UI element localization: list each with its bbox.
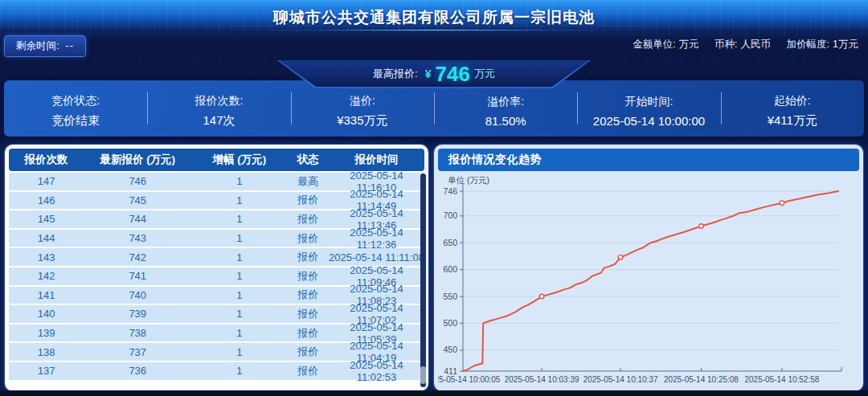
auction-page: 聊城市公共交通集团有限公司所属一宗旧电池 剩余时间:-- 金额单位:万元 币种:… <box>0 0 868 396</box>
table-cell: 740 <box>84 289 191 301</box>
table-cell: 142 <box>9 270 84 282</box>
table-cell: 2025-05-14 11:12:36 <box>329 227 424 251</box>
table-cell: 报价 <box>287 269 329 284</box>
table-cell: 1 <box>191 213 287 225</box>
svg-text:2025-05-14 10:10:37: 2025-05-14 10:10:37 <box>583 375 658 384</box>
table-cell: 145 <box>9 213 84 225</box>
table-cell: 139 <box>9 327 84 339</box>
top-bid-value: 746 <box>436 62 470 86</box>
chart-title: 报价情况变化趋势 <box>448 153 542 167</box>
status-cell-bid-state: 竞价状态: 竞价结束 <box>4 80 147 137</box>
status-label: 溢价: <box>350 94 375 108</box>
table-cell: 1 <box>191 308 287 320</box>
status-cell-premium-rate: 溢价率: 81.50% <box>434 80 577 137</box>
table-cell: 1 <box>191 251 287 263</box>
info-row: 剩余时间:-- 金额单位:万元 币种:人民币 加价幅度:1万元 <box>0 34 868 58</box>
status-label: 开始时间: <box>625 95 674 109</box>
header-cell-bid-count: 报价次数 <box>9 153 84 167</box>
bid-table-body: 1477461最高2025-05-14 11:16:101467451报价202… <box>9 171 424 387</box>
top-bid-currency: ¥ <box>425 67 432 80</box>
svg-text:2025-05-14 10:25:08: 2025-05-14 10:25:08 <box>664 375 739 384</box>
table-cell: 744 <box>84 213 191 225</box>
table-cell: 138 <box>9 346 84 358</box>
status-bar: 竞价状态: 竞价结束 报价次数: 147次 溢价: ¥335万元 溢价率: 81… <box>4 80 864 137</box>
table-cell: 746 <box>84 175 191 187</box>
status-cell-start-price: 起始价: ¥411万元 <box>721 80 864 137</box>
svg-text:450: 450 <box>443 345 457 354</box>
table-cell: 报价 <box>287 212 329 227</box>
status-value: 81.50% <box>485 114 526 128</box>
top-bid-label: 最高报价: <box>373 67 418 81</box>
header-cell-increment: 增幅 (万元) <box>191 153 287 167</box>
svg-text:2025-05-14 10:00:05: 2025-05-14 10:00:05 <box>438 375 501 384</box>
amount-unit-value: 万元 <box>679 39 699 50</box>
table-cell: 147 <box>9 175 84 187</box>
table-cell: 137 <box>9 365 84 377</box>
status-label: 竞价状态: <box>51 94 100 108</box>
table-cell: 745 <box>84 194 191 206</box>
table-cell: 1 <box>191 194 287 206</box>
table-cell: 739 <box>84 308 191 320</box>
table-cell: 2025-05-14 11:02:53 <box>329 359 424 383</box>
status-cell-bid-count: 报价次数: 147次 <box>147 80 290 137</box>
table-row: 1377361报价2025-05-14 11:02:53 <box>9 362 424 382</box>
svg-text:411: 411 <box>444 366 457 376</box>
remaining-time-badge: 剩余时间:-- <box>4 35 86 57</box>
table-cell: 737 <box>84 346 191 358</box>
table-cell: 1 <box>191 289 287 301</box>
status-cell-premium: 溢价: ¥335万元 <box>291 80 434 137</box>
top-bid-banner: 最高报价: ¥ 746 万元 <box>277 60 591 88</box>
svg-text:700: 700 <box>443 210 457 220</box>
remaining-time-label: 剩余时间: <box>16 40 59 51</box>
table-cell: 1 <box>191 327 287 339</box>
table-cell: 1 <box>191 175 287 187</box>
table-cell: 1 <box>191 270 287 282</box>
table-cell: 报价 <box>287 364 329 378</box>
table-cell: 743 <box>84 232 191 244</box>
status-value: ¥411万元 <box>768 113 817 129</box>
chart-title-bar: 报价情况变化趋势 <box>438 149 859 171</box>
currency-label: 币种: <box>714 39 737 50</box>
table-cell: 1 <box>191 232 287 244</box>
table-cell: 146 <box>9 194 84 206</box>
table-cell: 143 <box>9 251 84 263</box>
table-cell: 736 <box>84 365 191 377</box>
top-bid-banner-inner: 最高报价: ¥ 746 万元 <box>279 60 589 87</box>
table-cell: 742 <box>84 251 191 263</box>
remaining-time-value: -- <box>65 40 73 51</box>
top-bid-unit: 万元 <box>474 67 495 81</box>
table-cell: 2025-05-14 11:11:08 <box>329 251 424 263</box>
status-label: 溢价率: <box>487 95 524 109</box>
status-label: 报价次数: <box>195 94 244 108</box>
status-label: 起始价: <box>774 94 811 108</box>
chart-panel: 报价情况变化趋势 单位 (万元) 41145050055060065070074… <box>434 145 863 391</box>
table-cell: 报价 <box>287 250 329 264</box>
table-cell: 1 <box>191 346 287 358</box>
status-cell-start-time: 开始时间: 2025-05-14 10:00:00 <box>577 80 720 137</box>
status-value: 竞价结束 <box>51 113 100 129</box>
table-cell: 报价 <box>287 307 329 321</box>
scrollbar-thumb[interactable] <box>420 366 426 384</box>
bid-table-header: 报价次数 最新报价 (万元) 增幅 (万元) 状态 报价时间 <box>9 149 424 171</box>
bid-table-panel: 报价次数 最新报价 (万元) 增幅 (万元) 状态 报价时间 1477461最高… <box>5 145 428 391</box>
increment-label: 加价幅度: <box>787 39 829 50</box>
header-cell-bid-time: 报价时间 <box>329 153 424 167</box>
header-cell-status: 状态 <box>287 153 329 167</box>
table-cell: 741 <box>84 270 191 282</box>
svg-text:550: 550 <box>443 292 457 301</box>
status-value: 2025-05-14 10:00:00 <box>593 114 705 128</box>
chart-body: 单位 (万元) 4114505005506006507007462025-05-… <box>438 171 859 387</box>
status-value: 147次 <box>203 113 235 129</box>
table-cell: 报价 <box>287 231 329 246</box>
table-cell: 报价 <box>287 326 329 341</box>
amount-unit-label: 金额单位: <box>633 39 675 50</box>
currency-value: 人民币 <box>741 39 772 50</box>
table-row: 1447431报价2025-05-14 11:12:36 <box>9 230 424 249</box>
table-cell: 144 <box>9 232 84 244</box>
table-cell: 报价 <box>287 288 329 302</box>
table-scrollbar[interactable] <box>420 174 426 387</box>
svg-text:650: 650 <box>443 238 457 247</box>
svg-text:746: 746 <box>443 186 457 196</box>
status-value: ¥335万元 <box>337 113 387 129</box>
svg-text:600: 600 <box>443 264 457 274</box>
